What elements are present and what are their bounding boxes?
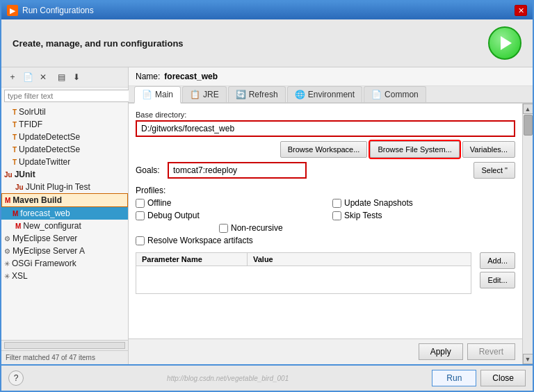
main-content: + 📄 ✕ ▤ ⬇ T SolrUtil T TFIDF T UpdateDet… <box>1 67 533 364</box>
run-button[interactable] <box>488 26 521 60</box>
scroll-up-button[interactable]: ▲ <box>523 104 533 114</box>
close-window-button[interactable]: ✕ <box>515 5 527 16</box>
tab-jre[interactable]: 📋 JRE <box>182 86 227 102</box>
tab-jre-label: JRE <box>203 90 219 99</box>
browse-workspace-button[interactable]: Browse Workspace... <box>280 141 368 158</box>
resolve-workspace-checkbox-row: Resolve Workspace artifacts <box>136 236 515 245</box>
profiles-label: Profiles: <box>136 186 515 195</box>
panel-with-scroll: Base directory: Browse Workspace... Brow… <box>129 104 533 364</box>
tab-environment-label: Environment <box>308 90 355 99</box>
sidebar-item-updatetwitter[interactable]: T UpdateTwitter <box>1 156 128 168</box>
offline-checkbox[interactable] <box>136 199 145 208</box>
right-scrollbar: ▲ ▼ <box>522 104 533 364</box>
sidebar-item-new-config[interactable]: M New_configurat <box>1 220 128 232</box>
non-recursive-checkbox[interactable] <box>219 224 228 233</box>
goals-input[interactable] <box>168 162 307 179</box>
name-label: Name: <box>136 72 160 81</box>
goals-label: Goals: <box>136 165 163 175</box>
app-icon: ▶ <box>7 5 18 16</box>
sidebar-item-osgi[interactable]: ✳ OSGi Framework <box>1 257 128 270</box>
tab-common[interactable]: 📄 Common <box>364 86 426 102</box>
update-snapshots-label: Update Snapshots <box>344 198 413 208</box>
header-bar: Create, manage, and run configurations <box>1 19 533 67</box>
offline-label: Offline <box>147 198 171 208</box>
sidebar-item-updatedetect2[interactable]: T UpdateDetectSe <box>1 143 128 156</box>
base-directory-input[interactable] <box>136 120 515 137</box>
panel-content: Base directory: Browse Workspace... Brow… <box>129 104 522 338</box>
skip-tests-checkbox-row: Skip Tests <box>332 211 515 220</box>
select-button[interactable]: Select " <box>474 162 515 179</box>
base-directory-row <box>136 120 515 137</box>
tab-refresh[interactable]: 🔄 Refresh <box>228 86 286 102</box>
resolve-workspace-label: Resolve Workspace artifacts <box>147 236 253 245</box>
table-header: Parameter Name Value <box>136 252 471 266</box>
add-parameter-button[interactable]: Add... <box>480 252 515 269</box>
sidebar-group-maven[interactable]: M Maven Build <box>1 193 128 207</box>
sidebar-item-solrutil[interactable]: T SolrUtil <box>1 106 128 118</box>
sidebar-item-forecast-web[interactable]: M forecast_web <box>1 207 128 220</box>
revert-button[interactable]: Revert <box>467 343 515 360</box>
footer-action-buttons: Run Close <box>432 370 526 386</box>
panel-inner: Base directory: Browse Workspace... Brow… <box>129 104 522 364</box>
close-bottom-button[interactable]: Close <box>480 370 526 386</box>
non-recursive-label: Non-recursive <box>231 223 283 233</box>
refresh-tab-icon: 🔄 <box>236 90 246 99</box>
non-recursive-checkbox-row: Non-recursive <box>219 223 318 233</box>
edit-parameter-button[interactable]: Edit... <box>480 272 515 288</box>
sidebar-item-myeclipse-server[interactable]: ⚙ MyEclipse Server <box>1 232 128 245</box>
sidebar-item-updatedetect1[interactable]: T UpdateDetectSe <box>1 131 128 143</box>
scroll-down-button[interactable]: ▼ <box>523 354 533 364</box>
resolve-workspace-checkbox[interactable] <box>136 236 145 245</box>
update-snapshots-checkbox[interactable] <box>332 199 341 208</box>
scroll-track[interactable] <box>523 114 533 354</box>
filter-config-button[interactable]: ▤ <box>54 70 68 84</box>
tab-main[interactable]: 📄 Main <box>134 86 181 104</box>
footer-bar: ? http://blog.csdn.net/vegetable_bird_00… <box>1 364 533 391</box>
title-bar-left: ▶ Run Configurations <box>7 5 94 16</box>
browse-filesystem-button[interactable]: Browse File System... <box>370 141 459 158</box>
table-body <box>136 266 471 294</box>
env-tab-icon: 🌐 <box>295 90 305 99</box>
jre-tab-icon: 📋 <box>190 90 200 99</box>
tab-common-label: Common <box>385 90 419 99</box>
sidebar-toolbar: + 📄 ✕ ▤ ⬇ <box>1 67 128 88</box>
sidebar-item-myeclipse-server-a[interactable]: ⚙ MyEclipse Server A <box>1 245 128 257</box>
run-configurations-window: ▶ Run Configurations ✕ Create, manage, a… <box>0 0 534 392</box>
offline-checkbox-row: Offline <box>136 198 318 208</box>
h-scrollbar-track[interactable] <box>4 342 125 349</box>
variables-button[interactable]: Variables... <box>462 141 515 158</box>
apply-button[interactable]: Apply <box>419 343 463 360</box>
tab-refresh-label: Refresh <box>249 90 278 99</box>
run-icon <box>501 36 512 50</box>
skip-tests-label: Skip Tests <box>344 211 382 220</box>
tab-main-label: Main <box>155 90 173 99</box>
goals-section: Goals: Select " <box>136 162 515 179</box>
debug-output-checkbox[interactable] <box>136 211 145 220</box>
tree-area: T SolrUtil T TFIDF T UpdateDetectSe T Up… <box>1 104 128 340</box>
base-directory-buttons: Browse Workspace... Browse File System..… <box>136 141 515 158</box>
copy-config-button[interactable]: 📄 <box>21 70 35 84</box>
scroll-thumb[interactable] <box>524 115 533 136</box>
right-panel: Name: forecast_web 📄 Main 📋 JRE 🔄 Refres… <box>129 67 533 364</box>
skip-tests-checkbox[interactable] <box>332 211 341 220</box>
name-row: Name: forecast_web <box>129 67 533 86</box>
help-button[interactable]: ? <box>8 370 24 386</box>
add-config-button[interactable]: + <box>6 70 19 84</box>
checkboxes-grid: Offline Update Snapshots Debug Output <box>136 198 515 245</box>
debug-output-checkbox-row: Debug Output <box>136 211 318 220</box>
run-bottom-button[interactable]: Run <box>432 370 476 386</box>
sidebar-group-junit[interactable]: Ju JUnit <box>1 168 128 181</box>
title-bar: ▶ Run Configurations ✕ <box>1 1 533 19</box>
tab-environment[interactable]: 🌐 Environment <box>287 86 362 102</box>
common-tab-icon: 📄 <box>371 90 382 99</box>
sidebar-item-tfidf[interactable]: T TFIDF <box>1 118 128 131</box>
sidebar-item-junit-plugin[interactable]: Ju JUnit Plug-in Test <box>1 181 128 193</box>
main-tab-icon: 📄 <box>142 90 152 99</box>
sidebar-item-xsl[interactable]: ✳ XSL <box>1 270 128 282</box>
param-value-header: Value <box>248 253 471 266</box>
name-value: forecast_web <box>164 72 218 81</box>
window-title: Run Configurations <box>22 6 94 15</box>
delete-config-button[interactable]: ✕ <box>36 70 50 84</box>
filter-input[interactable] <box>4 90 131 102</box>
sort-config-button[interactable]: ⬇ <box>70 70 83 84</box>
